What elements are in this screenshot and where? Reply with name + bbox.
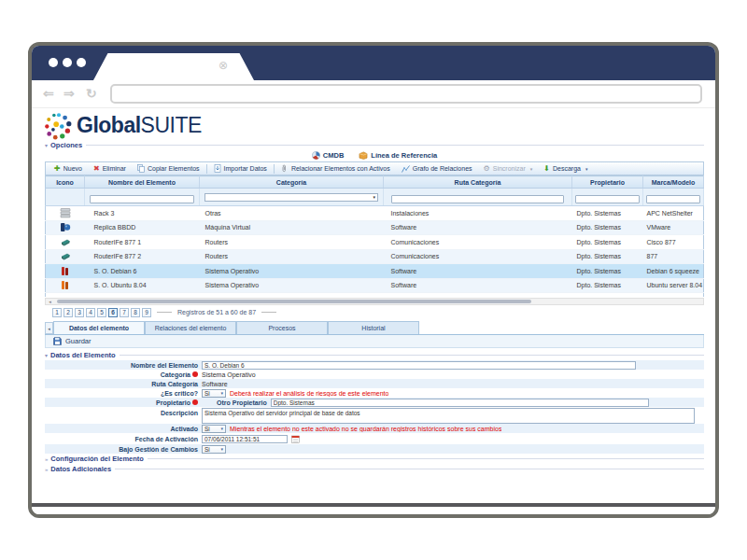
calendar-icon[interactable]	[291, 435, 300, 443]
cell-path: Software	[384, 278, 572, 293]
window-dot-icon[interactable]	[63, 58, 72, 67]
cell-category: Sistema Operativo	[200, 264, 384, 279]
table-header-row: Icono Nombre del Elemento Categoría Ruta…	[46, 176, 704, 189]
paperclip-icon	[281, 164, 289, 173]
reference-line-link[interactable]: Línea de Referencia	[359, 151, 437, 160]
download-icon: ⬇	[543, 165, 550, 173]
page-button-3[interactable]: 3	[75, 308, 84, 317]
new-button[interactable]: ✚ Nuevo	[49, 165, 87, 173]
filter-category-select[interactable]: ▾	[204, 193, 378, 202]
table-row[interactable]: RouterIFe 877 2 Routers Comunicaciones D…	[46, 249, 704, 264]
rack-icon	[60, 208, 71, 218]
page-button-1[interactable]: 1	[52, 308, 62, 317]
column-header-ruta[interactable]: Ruta Categoría	[384, 176, 572, 189]
element-data-section-header[interactable]: ▾ Datos del Elemento	[45, 350, 704, 360]
page-button-4[interactable]: 4	[86, 308, 95, 317]
globalsuite-logo-icon	[45, 112, 73, 140]
os-debian-icon	[60, 266, 70, 276]
url-input[interactable]	[110, 84, 702, 104]
cell-owner: Dpto. Sistemas	[572, 249, 643, 264]
back-icon[interactable]: ⇐	[43, 86, 54, 101]
scroll-left-icon[interactable]: ◂	[46, 299, 54, 304]
column-header-propietario[interactable]: Propietario	[572, 176, 643, 189]
element-name-input[interactable]	[202, 361, 636, 370]
critical-select[interactable]: Si▾	[202, 389, 226, 398]
table-row[interactable]: Rack 3 Otras Instalaciones Dpto. Sistema…	[46, 206, 704, 221]
critical-hint: Deberá realizar el análisis de riesgos d…	[230, 390, 388, 397]
page-button-2[interactable]: 2	[63, 308, 73, 317]
page-button-6-active[interactable]: 6	[108, 308, 118, 317]
chevron-down-icon: ▾	[220, 426, 223, 431]
additional-data-section-header[interactable]: » Datos Adicionales	[45, 464, 704, 474]
cmdb-link[interactable]: CMDB	[312, 151, 345, 160]
copy-elements-button[interactable]: Copiar Elementos	[133, 164, 204, 173]
copy-icon	[137, 164, 145, 173]
column-header-nombre[interactable]: Nombre del Elemento	[85, 176, 200, 189]
tab-relaciones-del-elemento[interactable]: Relaciones del elemento	[145, 321, 236, 334]
reference-book-icon	[359, 151, 368, 160]
filter-row: ▾	[46, 189, 704, 206]
context-links: CMDB Línea de Referencia	[45, 149, 704, 161]
table-row[interactable]: S. O. Ubuntu 8.04 Sistema Operativo Soft…	[46, 278, 704, 293]
relate-elements-button[interactable]: Relacionar Elementos con Activos	[276, 164, 395, 173]
browser-navbar: ⇐ ⇒ ↻	[32, 80, 715, 108]
tab-historial[interactable]: Historial	[328, 321, 419, 334]
table-row[interactable]: Replica BBDD Máquina Virtual Software Dp…	[46, 220, 704, 235]
required-icon	[192, 399, 198, 405]
column-header-icono[interactable]: Icono	[46, 176, 85, 189]
filter-model-input[interactable]	[646, 195, 701, 203]
activation-date-input[interactable]	[202, 435, 288, 443]
cell-owner: Dpto. Sistemas	[572, 264, 643, 279]
forward-icon[interactable]: ⇒	[63, 86, 75, 101]
filter-owner-input[interactable]	[575, 195, 640, 203]
import-data-button[interactable]: Importar Datos	[209, 164, 272, 173]
column-header-categoria[interactable]: Categoría	[200, 176, 384, 189]
cell-name: Rack 3	[85, 206, 200, 221]
cell-category: Otras	[200, 206, 384, 221]
tab-procesos[interactable]: Procesos	[236, 321, 328, 334]
tabs-scroll-left-icon[interactable]: ◂	[45, 322, 53, 334]
sync-button[interactable]: ⚙ Sincronizar ▾	[479, 165, 538, 173]
window-dot-icon[interactable]	[49, 58, 58, 67]
cell-model: VMware	[643, 220, 704, 235]
page-button-8[interactable]: 8	[131, 308, 140, 317]
config-section-header[interactable]: » Configuración del Elemento	[45, 454, 704, 464]
save-disk-icon	[53, 337, 62, 345]
chevron-down-icon: ▾	[585, 166, 588, 172]
filter-name-input[interactable]	[90, 195, 194, 203]
filter-path-input[interactable]	[391, 195, 564, 203]
relation-graph-button[interactable]: Grafo de Relaciones	[397, 165, 477, 173]
cell-name: RouterIFe 877 2	[85, 249, 200, 264]
reload-icon[interactable]: ↻	[86, 86, 97, 101]
page-button-5[interactable]: 5	[97, 308, 106, 317]
active-select[interactable]: Si▾	[202, 425, 226, 433]
app-title: GlobalSUITE	[77, 113, 202, 138]
tab-close-icon[interactable]: ⊗	[218, 59, 228, 72]
download-button[interactable]: ⬇ Descarga ▾	[539, 165, 592, 173]
delete-button[interactable]: ✖ Eliminar	[89, 165, 131, 173]
scrollbar-thumb[interactable]	[57, 300, 531, 303]
window-dot-icon[interactable]	[77, 58, 86, 67]
pie-chart-icon	[312, 151, 320, 160]
tab-datos-del-elemento[interactable]: Datos del elemento	[53, 321, 145, 334]
chevron-down-icon: ▾	[45, 352, 48, 358]
options-section-header[interactable]: ▾ Opciones	[45, 140, 704, 149]
browser-tab[interactable]: ⊗	[93, 53, 254, 80]
column-header-marca[interactable]: Marca/Modelo	[643, 176, 704, 189]
horizontal-scrollbar[interactable]: ◂	[45, 298, 704, 305]
page-button-9[interactable]: 9	[142, 308, 151, 317]
other-owner-input[interactable]	[271, 399, 649, 407]
save-button[interactable]: Guardar	[65, 337, 92, 345]
chevron-down-icon: ▾	[220, 446, 223, 452]
change-mgmt-select[interactable]: Si▾	[202, 445, 226, 454]
description-textarea[interactable]: Sistema Operativo del servidor principal…	[202, 408, 695, 424]
required-icon	[192, 371, 198, 377]
table-row-selected[interactable]: S. O. Debian 6 Sistema Operativo Softwar…	[46, 264, 704, 279]
app-bottom-edge	[32, 503, 715, 507]
os-ubuntu-icon	[60, 280, 70, 290]
table-row[interactable]: RouterIFe 877 1 Routers Comunicaciones D…	[46, 235, 704, 250]
page-button-7[interactable]: 7	[120, 308, 129, 317]
router-icon	[60, 251, 71, 261]
cell-category: Sistema Operativo	[200, 278, 384, 293]
cell-model: APC NetShelter	[643, 206, 704, 221]
